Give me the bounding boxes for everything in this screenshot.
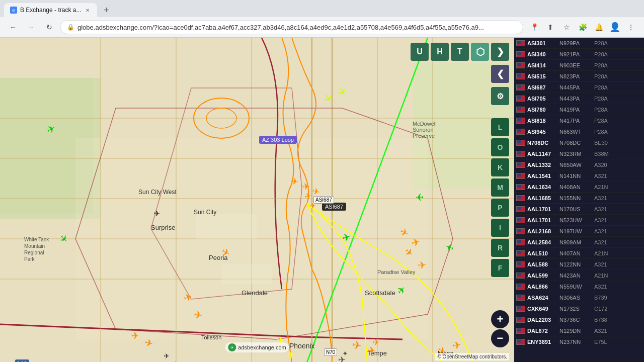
menu-icon[interactable]: ⋮ <box>624 20 638 34</box>
flight-row[interactable]: ASI340N921PAP28A <box>514 49 644 60</box>
location-icon[interactable]: 📍 <box>527 20 541 34</box>
flight-row[interactable]: DAL2203N3736CB738 <box>514 314 644 325</box>
flight-callsign: AAL1332 <box>527 162 557 168</box>
flight-row[interactable]: AAL1701N170USA321 <box>514 204 644 215</box>
flight-row[interactable]: AAL588N122NNA321 <box>514 259 644 270</box>
arrow-right-button[interactable]: ❯ <box>491 43 509 61</box>
aircraft-dark-3[interactable]: ✈ <box>164 352 170 360</box>
aircraft-green-3[interactable]: ✈ <box>415 191 424 203</box>
adsbexchange-logo: ✈ adsbexchange.com <box>225 342 289 352</box>
flight-row[interactable]: ENY3891N237NNE75L <box>514 336 644 347</box>
bookmark-icon[interactable]: ☆ <box>559 20 574 34</box>
flight-callsign: AAL1147 <box>527 151 557 157</box>
map-controls: U H T ⬡ ❯ ❮ ⚙ <box>411 43 509 105</box>
flight-reg: N903EE <box>559 62 592 68</box>
flight-type: A321 <box>594 328 614 334</box>
aircraft-orange-r4[interactable]: ✈ <box>417 258 427 271</box>
h-button[interactable]: H <box>431 43 449 61</box>
filter-f[interactable]: F <box>491 259 509 277</box>
forward-button[interactable]: → <box>24 20 38 34</box>
flight-row[interactable]: N708DCN708DCBE30 <box>514 137 644 148</box>
adsbexchange-logo-icon: ✈ <box>228 343 236 351</box>
flight-row[interactable]: AAL1701N523UWA321 <box>514 215 644 226</box>
flight-row[interactable]: AAL1147N323RMB38M <box>514 148 644 159</box>
aircraft-dark-1[interactable]: ✈ <box>153 209 160 218</box>
filter-r[interactable]: R <box>491 239 509 257</box>
reload-button[interactable]: ↻ <box>42 20 56 34</box>
flight-row[interactable]: AAL1332N650AWA320 <box>514 159 644 170</box>
map[interactable]: McDowellSonoronPreserve Sun City West Su… <box>0 38 514 362</box>
u-button[interactable]: U <box>411 43 429 61</box>
flight-type: P28A <box>594 51 614 57</box>
flight-row[interactable]: AAL2168N197UWA321 <box>514 226 644 237</box>
flight-row[interactable]: AAL599N423ANA21N <box>514 270 644 281</box>
zoom-out-button[interactable]: − <box>491 329 509 347</box>
filter-m[interactable]: M <box>491 178 509 197</box>
aircraft-dark-4[interactable]: ✦ <box>172 359 179 362</box>
url-box[interactable]: 🔒 globe.adsbexchange.com/?icao=ace0df,ac… <box>60 20 523 34</box>
back-button[interactable]: ← <box>6 20 20 34</box>
tab-title: B Exchange - track a... <box>20 7 81 14</box>
share-icon[interactable]: ⬆ <box>543 20 557 34</box>
flight-row[interactable]: AAL1541N141NNA321 <box>514 170 644 182</box>
flight-type: P28A <box>594 62 614 68</box>
svg-rect-23 <box>221 264 272 284</box>
flight-reg: N523UW <box>559 217 592 223</box>
new-tab-button[interactable]: + <box>99 3 113 17</box>
flight-flag <box>516 195 525 201</box>
flight-type: B738 <box>594 317 614 323</box>
extensions-icon[interactable]: 🧩 <box>576 20 590 34</box>
flight-row[interactable]: ASI705N443PAP28A <box>514 93 644 104</box>
zoom-in-button[interactable]: + <box>491 310 509 328</box>
flight-row[interactable]: ASI687N445PAP28A <box>514 82 644 93</box>
layer-button[interactable]: ⬡ <box>471 43 489 61</box>
toolbar-icons: 📍 ⬆ ☆ 🧩 🔔 👤 ⋮ <box>527 20 638 34</box>
profile-icon[interactable]: 👤 <box>608 20 622 34</box>
flight-row[interactable]: DAL672N129DNA321 <box>514 325 644 336</box>
flight-callsign: N708DC <box>527 140 557 146</box>
flight-row[interactable]: AAL1634N408ANA21N <box>514 182 644 193</box>
aircraft-orange-phx-3[interactable]: ✈ <box>372 337 380 348</box>
filter-k[interactable]: K <box>491 158 509 176</box>
flight-flag <box>516 51 525 57</box>
flight-callsign: ASI414 <box>527 62 557 68</box>
flight-flag <box>516 96 525 102</box>
settings-button[interactable]: ⚙ <box>491 87 509 105</box>
flight-callsign: ASI818 <box>527 118 557 124</box>
flight-row[interactable]: CXK649N1732SC172 <box>514 303 644 314</box>
flight-flag <box>516 40 525 46</box>
filter-p[interactable]: P <box>491 199 509 217</box>
flight-row[interactable]: ASI301N929PAP28A <box>514 38 644 49</box>
flight-type: P28A <box>594 84 614 90</box>
t-button[interactable]: T <box>451 43 469 61</box>
flight-type: BE30 <box>594 140 614 146</box>
flight-row[interactable]: ASI414N903EEP28A <box>514 60 644 71</box>
flight-row[interactable]: AAL1685N155NNA321 <box>514 193 644 204</box>
notifications-icon[interactable]: 🔔 <box>592 20 606 34</box>
flight-row[interactable]: ASI818N417PAP28A <box>514 115 644 126</box>
filter-i[interactable]: I <box>491 219 509 237</box>
arrow-left-button[interactable]: ❮ <box>491 65 509 83</box>
flight-flag <box>516 273 525 279</box>
flight-callsign: AAL588 <box>527 261 557 267</box>
flight-callsign: AAL1701 <box>527 206 557 212</box>
tab-close-button[interactable]: ✕ <box>84 7 91 14</box>
flight-row[interactable]: AAL866N559UWA321 <box>514 281 644 292</box>
aircraft-orange-5[interactable]: ✈ <box>130 329 140 341</box>
flight-row[interactable]: ASA624N306ASB739 <box>514 292 644 303</box>
flight-reg: N197UW <box>559 228 592 234</box>
flight-row[interactable]: AAL2584N909AMA321 <box>514 237 644 248</box>
filter-l[interactable]: L <box>491 118 509 136</box>
filter-o[interactable]: O <box>491 138 509 156</box>
active-tab[interactable]: B B Exchange - track a... ✕ <box>4 3 97 17</box>
flight-callsign: AAL2584 <box>527 239 557 245</box>
flight-row[interactable]: AAL510N407ANA21N <box>514 248 644 259</box>
flight-row[interactable]: ASI780N419PAP28A <box>514 104 644 115</box>
flight-flag <box>516 73 525 79</box>
flight-type: A321 <box>594 239 614 245</box>
flight-callsign: AAL1685 <box>527 195 557 201</box>
aircraft-dark-phx3[interactable]: ✦ <box>342 349 348 357</box>
flight-row[interactable]: ASI945N663WTP28A <box>514 126 644 137</box>
lock-icon: 🔒 <box>67 24 74 31</box>
flight-row[interactable]: ASI515N823PAP28A <box>514 71 644 82</box>
